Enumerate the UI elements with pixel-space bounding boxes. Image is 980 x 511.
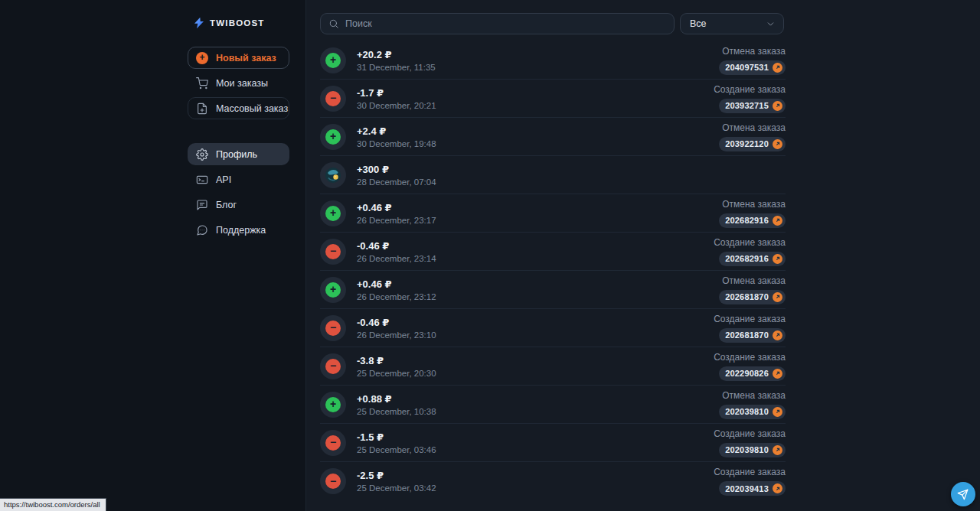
transaction-type-icon: − — [320, 353, 346, 379]
sidebar-item-profile[interactable]: Профиль — [188, 143, 289, 165]
sidebar-item-label: Массовый заказ — [216, 103, 288, 114]
telegram-fab-button[interactable] — [951, 482, 975, 506]
sidebar-item-label: Мои заказы — [216, 78, 268, 89]
order-link-icon[interactable] — [773, 101, 782, 111]
order-id-badge[interactable]: 204097531 — [719, 60, 786, 75]
order-id-badge[interactable]: 202682916 — [719, 213, 786, 228]
transaction-date: 26 December, 23:10 — [357, 330, 436, 340]
order-link-icon[interactable] — [773, 445, 782, 455]
sign-icon: + — [325, 129, 341, 145]
transaction-meta: Создание заказа 202039810 — [714, 428, 786, 457]
transaction-meta: Создание заказа 202290826 — [714, 352, 786, 381]
transaction-type-icon: − — [320, 86, 346, 112]
order-link-icon[interactable] — [773, 330, 782, 340]
transaction-meta: Создание заказа 202682916 — [714, 237, 786, 266]
transaction-amount: -3.8 ₽ — [357, 355, 436, 366]
plus-circle-icon: + — [196, 52, 208, 64]
transaction-row: + +0.46 ₽ 26 December, 23:12 Отмена зака… — [320, 271, 786, 309]
order-link-icon[interactable] — [773, 63, 782, 73]
sidebar-item-bulk-order[interactable]: Массовый заказ — [188, 97, 289, 119]
order-link-icon[interactable] — [773, 254, 782, 264]
order-id: 202682916 — [725, 216, 769, 225]
transaction-status: Отмена заказа — [719, 122, 786, 133]
order-link-icon[interactable] — [773, 216, 782, 226]
transaction-date: 25 December, 10:38 — [357, 407, 436, 416]
gear-icon — [196, 148, 208, 161]
transaction-amount: -1.5 ₽ — [357, 431, 436, 443]
order-link-icon[interactable] — [773, 292, 782, 302]
order-link-icon[interactable] — [773, 139, 782, 149]
sidebar-item-blog[interactable]: Блог — [188, 194, 289, 216]
toolbar: Все — [320, 13, 784, 34]
transaction-row: + +0.88 ₽ 25 December, 10:38 Отмена зака… — [320, 386, 786, 424]
order-id-badge[interactable]: 202039810 — [719, 443, 786, 457]
transaction-status: Отмена заказа — [719, 199, 786, 210]
transaction-row: − -2.5 ₽ 25 December, 03:42 Создание зак… — [320, 462, 786, 500]
sidebar-item-support[interactable]: Поддержка — [188, 219, 289, 241]
transaction-type-icon: − — [320, 430, 346, 456]
sidebar-item-label: Профиль — [216, 149, 257, 160]
order-id-badge[interactable]: 202290826 — [719, 366, 786, 381]
order-id-badge[interactable]: 203922120 — [719, 137, 786, 151]
transaction-info: +2.4 ₽ 30 December, 19:48 — [357, 125, 436, 148]
telegram-icon — [957, 489, 969, 500]
transaction-meta: Создание заказа 202039413 — [714, 467, 786, 496]
order-id-badge[interactable]: 202039810 — [719, 405, 786, 419]
sidebar-item-label: Блог — [216, 200, 237, 210]
order-id: 202682916 — [725, 254, 769, 263]
logo-bolt-icon — [193, 17, 205, 29]
order-id: 204097531 — [725, 63, 769, 72]
transaction-amount: -2.5 ₽ — [357, 470, 436, 481]
transaction-info: -1.7 ₽ 30 December, 20:21 — [357, 87, 436, 110]
filter-dropdown[interactable]: Все — [680, 13, 784, 34]
order-link-icon[interactable] — [773, 483, 782, 493]
sidebar-item-new-order[interactable]: + Новый заказ — [188, 47, 289, 69]
transaction-amount: -0.46 ₽ — [357, 240, 436, 252]
order-id-badge[interactable]: 203932715 — [719, 99, 786, 113]
sidebar-item-label: Новый заказ — [216, 53, 276, 63]
transaction-type-icon: + — [320, 200, 346, 226]
sign-icon: − — [325, 359, 341, 374]
sign-icon: − — [325, 321, 341, 336]
sidebar-item-my-orders[interactable]: Мои заказы — [188, 72, 289, 94]
logo-text: TWIBOOST — [210, 18, 265, 28]
order-id-badge[interactable]: 202681870 — [719, 290, 786, 304]
transaction-date: 30 December, 19:48 — [357, 139, 436, 148]
sidebar-item-label: Поддержка — [216, 225, 266, 236]
payment-logo-icon — [324, 166, 342, 184]
transaction-type-icon: − — [320, 239, 346, 265]
search-box[interactable] — [320, 13, 675, 34]
order-link-icon[interactable] — [773, 407, 782, 417]
order-id-badge[interactable]: 202681870 — [719, 328, 786, 343]
logo[interactable]: TWIBOOST — [193, 16, 289, 29]
order-link-icon[interactable] — [773, 369, 782, 379]
transaction-date: 26 December, 23:14 — [357, 254, 436, 263]
order-id-badge[interactable]: 202682916 — [719, 252, 786, 266]
sign-icon: + — [325, 206, 341, 221]
transaction-meta: Создание заказа 202681870 — [714, 314, 786, 343]
transaction-amount: +300 ₽ — [357, 164, 436, 175]
sidebar-item-api[interactable]: API — [188, 168, 289, 190]
transaction-info: +0.46 ₽ 26 December, 23:12 — [357, 278, 436, 301]
transaction-info: -0.46 ₽ 26 December, 23:14 — [357, 240, 436, 263]
transaction-amount: -0.46 ₽ — [357, 317, 436, 328]
transaction-date: 26 December, 23:17 — [357, 216, 436, 225]
sign-icon: − — [325, 435, 341, 451]
transaction-info: +0.88 ₽ 25 December, 10:38 — [357, 393, 436, 416]
search-icon — [328, 18, 339, 29]
search-input[interactable] — [345, 18, 666, 29]
browser-status-url: https://twiboost.com/orders/all — [0, 498, 106, 511]
sidebar-account-group: Профиль API Блог — [188, 143, 289, 241]
filter-value: Все — [690, 18, 707, 29]
transaction-date: 28 December, 07:04 — [357, 177, 436, 187]
sign-icon: + — [325, 282, 341, 298]
main-content: Все + +20.2 ₽ 31 December, 11:35 Отмена … — [306, 0, 980, 511]
transaction-status: Создание заказа — [714, 237, 786, 248]
transaction-amount: -1.7 ₽ — [357, 87, 436, 99]
transaction-amount: +0.46 ₽ — [357, 278, 436, 290]
transaction-row: − -1.5 ₽ 25 December, 03:46 Создание зак… — [320, 424, 786, 462]
order-id-badge[interactable]: 202039413 — [719, 481, 786, 496]
transaction-amount: +0.88 ₽ — [357, 393, 436, 405]
transaction-row: + +20.2 ₽ 31 December, 11:35 Отмена зака… — [320, 41, 786, 80]
transaction-date: 31 December, 11:35 — [357, 63, 436, 72]
